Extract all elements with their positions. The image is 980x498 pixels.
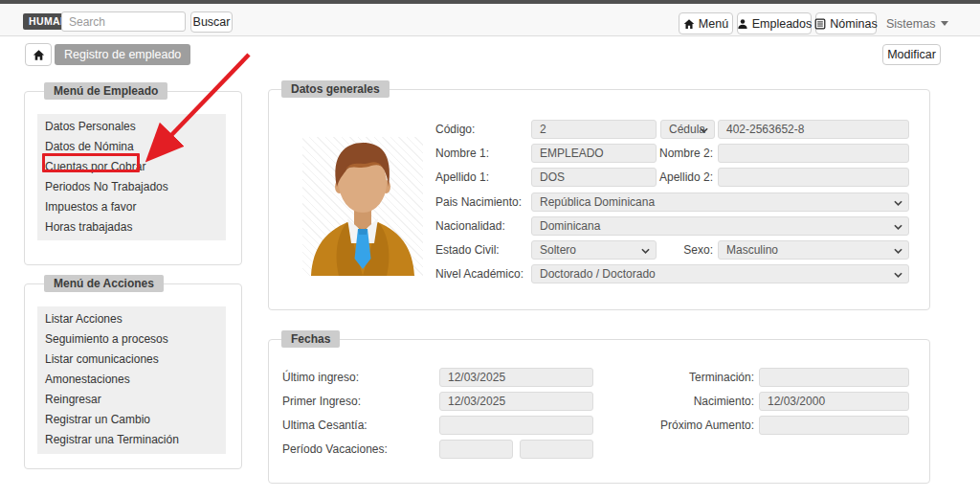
terminacion-label: Terminación:: [632, 368, 754, 387]
menu-item-seguimiento-a-procesos[interactable]: Seguimiento a procesos: [37, 329, 226, 350]
menu-item-listar-comunicaciones[interactable]: Listar comunicaciones: [37, 350, 226, 370]
sexo-label: Sexo:: [590, 240, 713, 260]
chevron-down-icon: [894, 272, 902, 278]
menu-item-periodos-no-trabajados[interactable]: Periodos No Trabajados: [37, 177, 226, 197]
systems-label: Sistemas: [886, 17, 935, 31]
terminacion-field[interactable]: [759, 368, 909, 387]
menu-item-impuestos-a-favor[interactable]: Impuestos a favor: [37, 197, 226, 217]
ultima-cesantia-field[interactable]: [439, 416, 593, 435]
menu-item-cuentas-por-cobrar[interactable]: Cuentas por Cobrar: [37, 157, 226, 177]
proximo-aumento-field[interactable]: [759, 416, 909, 435]
pais-nacimiento-value: República Dominicana: [540, 195, 655, 209]
nacimiento-label: Nacimiento:: [632, 392, 754, 411]
chevron-down-icon: [700, 127, 708, 133]
primer-ingreso-field[interactable]: 12/03/2025: [439, 392, 593, 411]
nacionalidad-select[interactable]: Dominicana: [531, 216, 909, 236]
dates-legend: Fechas: [281, 330, 340, 348]
cedula-type-select[interactable]: Cédula: [660, 120, 715, 139]
search-button[interactable]: Buscar: [190, 11, 233, 33]
nav-menu-label: Menú: [699, 17, 728, 31]
home-icon: [683, 18, 695, 30]
menu-item-registrar-un-cambio[interactable]: Registrar un Cambio: [37, 410, 226, 430]
periodo-vacaciones-field-2[interactable]: [520, 440, 593, 459]
actions-menu-list: Listar Acciones Seguimiento a procesos L…: [37, 306, 226, 454]
estado-civil-label: Estado Civil:: [435, 240, 500, 260]
ultimo-ingreso-field[interactable]: 12/03/2025: [439, 368, 593, 387]
user-icon: [737, 18, 748, 30]
caret-down-icon: [941, 21, 948, 26]
menu-item-registrar-una-terminacion[interactable]: Registrar una Terminación: [37, 430, 226, 450]
periodo-vacaciones-label: Período Vacaciones:: [282, 440, 388, 459]
apellido2-field[interactable]: [718, 168, 909, 187]
codigo-label: Código:: [435, 120, 475, 139]
chevron-down-icon: [894, 200, 902, 206]
sexo-select[interactable]: Masculino: [718, 240, 909, 260]
nivel-academico-value: Doctorado / Doctorado: [540, 267, 656, 281]
chevron-down-icon: [894, 248, 902, 254]
menu-item-amonestaciones[interactable]: Amonestaciones: [37, 370, 226, 390]
apellido2-label: Apellido 2:: [590, 168, 713, 187]
navbar: HUMANO Buscar Menú Empleados Nóminas Sis…: [0, 4, 980, 36]
chevron-down-icon: [894, 224, 902, 230]
cedula-field[interactable]: 402-2563652-8: [718, 120, 909, 139]
nav-menu-button[interactable]: Menú: [679, 12, 733, 34]
periodo-vacaciones-field-1[interactable]: [439, 440, 513, 459]
list-icon: [814, 18, 826, 30]
nacionalidad-label: Nacionalidad:: [435, 216, 505, 236]
primer-ingreso-label: Primer Ingreso:: [282, 392, 361, 411]
employee-photo: [302, 137, 423, 276]
employee-menu-list: Datos Personales Datos de Nómina Cuentas…: [37, 114, 226, 240]
nav-empleados-button[interactable]: Empleados: [737, 12, 812, 34]
general-data-legend: Datos generales: [281, 80, 390, 98]
codigo-field[interactable]: 2: [531, 120, 657, 139]
menu-item-listar-acciones[interactable]: Listar Acciones: [37, 309, 226, 329]
dates-panel: [268, 339, 930, 484]
menu-item-reingresar[interactable]: Reingresar: [37, 390, 226, 410]
systems-dropdown[interactable]: Sistemas: [886, 12, 948, 34]
pais-nacimiento-select[interactable]: República Dominicana: [531, 192, 909, 212]
apellido1-label: Apellido 1:: [435, 168, 489, 187]
modify-button[interactable]: Modificar: [882, 44, 941, 65]
ultimo-ingreso-label: Último ingreso:: [282, 368, 359, 387]
nivel-academico-select[interactable]: Doctorado / Doctorado: [531, 264, 909, 283]
avatar-illustration: [302, 137, 423, 276]
nombre2-field[interactable]: [718, 144, 909, 163]
nacimiento-field[interactable]: 12/03/2000: [759, 392, 909, 411]
estado-civil-value: Soltero: [540, 243, 576, 257]
employee-menu-legend: Menú de Empleado: [44, 82, 167, 100]
ultima-cesantia-label: Ultima Cesantía:: [282, 416, 368, 435]
nivel-academico-label: Nivel Académico:: [435, 264, 523, 283]
nav-empleados-label: Empleados: [752, 17, 813, 31]
sexo-value: Masculino: [726, 243, 778, 257]
menu-item-horas-trabajadas[interactable]: Horas trabajadas: [37, 217, 226, 238]
breadcrumb-page-badge: Registro de empleado: [55, 44, 190, 65]
nav-nominas-button[interactable]: Nóminas: [815, 12, 877, 34]
actions-menu-legend: Menú de Acciones: [44, 275, 164, 292]
proximo-aumento-label: Próximo Aumento:: [632, 416, 754, 435]
nacionalidad-value: Dominicana: [540, 219, 600, 233]
menu-item-datos-de-nomina[interactable]: Datos de Nómina: [37, 137, 226, 157]
home-icon: [33, 49, 45, 61]
nav-nominas-label: Nóminas: [830, 17, 877, 31]
nombre2-label: Nombre 2:: [590, 144, 713, 163]
nombre1-label: Nombre 1:: [435, 144, 489, 163]
menu-item-datos-personales[interactable]: Datos Personales: [37, 117, 226, 137]
pais-nacimiento-label: Pais Nacimiento:: [435, 192, 522, 212]
breadcrumb-home-button[interactable]: [25, 43, 52, 66]
employee-registration-page: HUMANO Buscar Menú Empleados Nóminas Sis…: [0, 0, 980, 498]
search-input[interactable]: [61, 11, 186, 32]
